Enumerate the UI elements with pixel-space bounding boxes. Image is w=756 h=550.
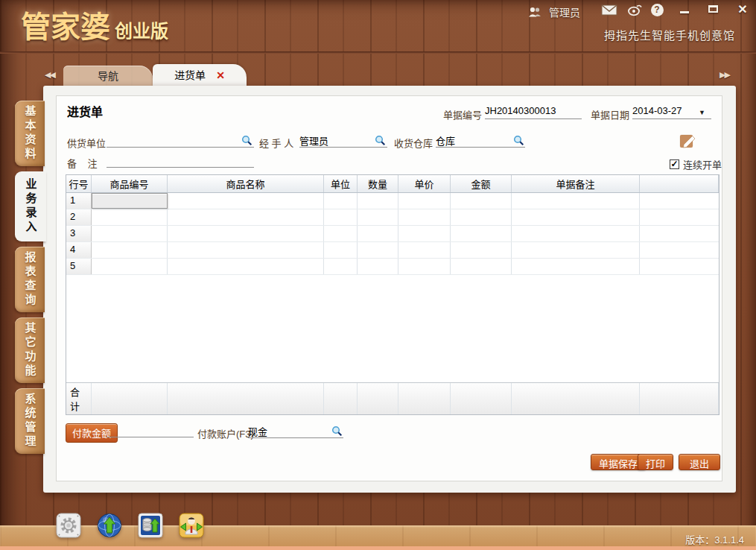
date-dropdown-icon[interactable]: ▼ <box>699 109 705 116</box>
logo-sub-text: 创业版 <box>115 21 168 41</box>
sidebar-item-other-functions[interactable]: 其它功能 <box>15 317 45 383</box>
maximize-button[interactable] <box>703 1 722 16</box>
minimize-icon <box>680 11 689 13</box>
doc-no-label: 单据编号 <box>443 107 482 121</box>
items-grid: 行号 商品编号 商品名称 单位 数量 单价 金额 单据备注 1 2 3 <box>66 174 720 415</box>
total-label: 合计 <box>66 383 92 414</box>
user-switch-icon[interactable] <box>179 513 204 538</box>
table-row[interactable]: 3 <box>66 226 719 242</box>
database-backup-icon[interactable] <box>138 513 163 538</box>
col-header-unit-price: 单价 <box>398 175 451 192</box>
grid-header-row: 行号 商品编号 商品名称 单位 数量 单价 金额 单据备注 <box>66 175 719 193</box>
tab-scroll-left-icon[interactable]: ◀◀ <box>45 70 54 80</box>
sidebar-item-basic-data[interactable]: 基本资料 <box>15 101 45 166</box>
edit-icon[interactable] <box>679 131 697 150</box>
col-header-doc-remark: 单据备注 <box>512 175 640 192</box>
row-number: 2 <box>66 209 92 225</box>
selected-cell[interactable] <box>92 193 168 209</box>
supplier-search-icon[interactable] <box>241 135 252 146</box>
bottom-strip <box>0 546 756 550</box>
handler-label: 经 手 人 <box>259 136 293 150</box>
warehouse-label: 收货仓库 <box>394 136 433 150</box>
app-logo: 管家婆创业版 <box>21 3 168 46</box>
mail-icon[interactable] <box>600 3 618 16</box>
remark-field[interactable] <box>107 154 254 168</box>
checkbox-check-icon: ✓ <box>670 159 679 169</box>
col-header-product-code: 商品编号 <box>92 175 168 192</box>
col-header-unit: 单位 <box>324 175 358 192</box>
user-menu[interactable]: 管理员 <box>527 4 580 19</box>
tab-navigation[interactable]: 导航 <box>63 66 153 86</box>
row-number: 1 <box>66 193 92 209</box>
help-icon[interactable]: ? <box>648 3 666 16</box>
weibo-icon[interactable] <box>626 3 644 16</box>
warehouse-search-icon[interactable] <box>513 135 524 146</box>
maximize-icon <box>708 5 718 13</box>
doc-no-field[interactable]: JH20140300013 <box>485 105 582 119</box>
row-number: 5 <box>66 259 92 274</box>
table-row[interactable]: 1 <box>66 193 719 209</box>
tab-close-icon[interactable]: ✕ <box>216 70 225 80</box>
sidebar-item-business-entry[interactable]: 业务录入 <box>15 171 46 241</box>
col-header-row-no: 行号 <box>66 175 92 192</box>
continuous-billing-checkbox[interactable]: ✓ 连续开单 <box>670 157 722 171</box>
payment-account-field[interactable]: 现金 <box>248 424 343 438</box>
col-header-amount: 金额 <box>451 175 512 192</box>
row-number: 3 <box>66 226 92 241</box>
tab-scroll-right-icon[interactable]: ▶▶ <box>720 70 729 80</box>
logo-main-text: 管家婆 <box>21 10 110 43</box>
grid-empty-area <box>66 275 719 382</box>
col-header-product-name: 商品名称 <box>168 175 324 192</box>
sidebar-item-system-management[interactable]: 系统管理 <box>15 388 45 454</box>
tab-purchase-order[interactable]: 进货单 ✕ <box>153 64 247 86</box>
col-header-quantity: 数量 <box>358 175 398 192</box>
version-label: 版本：3.1.1.4 <box>685 532 744 546</box>
account-search-icon[interactable] <box>331 426 343 437</box>
warehouse-field[interactable]: 仓库 <box>436 133 525 148</box>
page-title: 进货单 <box>67 102 103 120</box>
table-row[interactable]: 5 <box>66 259 719 275</box>
grid-total-row: 合计 <box>66 382 719 414</box>
remark-label: 备 注 <box>67 156 97 170</box>
minimize-button[interactable] <box>675 1 694 16</box>
settings-gear-icon[interactable] <box>56 513 81 538</box>
close-button[interactable]: ✕ <box>733 1 752 16</box>
exit-button[interactable]: 退出 <box>679 454 720 470</box>
supplier-label: 供货单位 <box>67 136 106 150</box>
sidebar: 基本资料 业务录入 报表查询 其它功能 系统管理 <box>15 101 45 454</box>
row-number: 4 <box>66 242 92 258</box>
col-header-filler <box>640 175 719 192</box>
print-button[interactable]: 打印 <box>638 454 673 470</box>
table-row[interactable]: 4 <box>66 242 719 259</box>
company-name: 拇指先生智能手机创意馆 <box>604 27 735 42</box>
header-divider <box>0 51 756 54</box>
supplier-field[interactable] <box>107 133 254 148</box>
payment-account-label: 付款账户(F3) <box>197 426 254 440</box>
close-icon: ✕ <box>737 2 747 16</box>
table-row[interactable]: 2 <box>66 209 719 226</box>
app-window: 管家婆创业版 管理员 ? ✕ 拇指先生智能手机创意馆 ◀◀ 导航 进货单 ✕ ▶… <box>0 0 756 550</box>
tab-label: 进货单 <box>174 64 206 86</box>
user-label: 管理员 <box>549 4 580 19</box>
handler-search-icon[interactable] <box>375 135 386 146</box>
payment-amount-field[interactable] <box>107 423 194 437</box>
sidebar-item-report-query[interactable]: 报表查询 <box>15 247 45 312</box>
user-icon <box>527 7 544 18</box>
globe-sync-icon[interactable] <box>97 513 122 538</box>
doc-date-label: 单据日期 <box>591 107 629 121</box>
continuous-billing-label: 连续开单 <box>683 157 722 171</box>
